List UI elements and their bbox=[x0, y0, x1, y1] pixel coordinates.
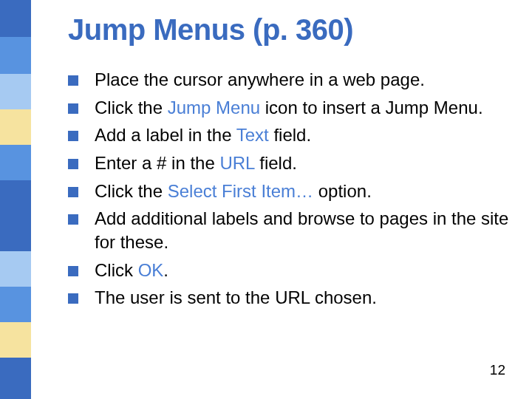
square-bullet-icon bbox=[68, 266, 78, 276]
sidebar-stripe bbox=[0, 109, 31, 145]
sidebar-stripe bbox=[0, 74, 31, 109]
page-number: 12 bbox=[490, 362, 505, 378]
keyword-link: OK bbox=[138, 260, 164, 280]
decorative-sidebar bbox=[0, 0, 31, 399]
text-run: field. bbox=[269, 125, 311, 145]
square-bullet-icon bbox=[68, 214, 78, 225]
text-run: Add a label in the bbox=[95, 125, 236, 145]
text-run: Enter a # in the bbox=[95, 153, 219, 173]
slide-title: Jump Menus (p. 360) bbox=[68, 13, 353, 47]
keyword-link: Text bbox=[236, 125, 269, 145]
bullet-text: The user is sent to the URL chosen. bbox=[95, 286, 511, 310]
bullet-text: Click OK. bbox=[95, 259, 511, 282]
text-run: Click the bbox=[95, 98, 168, 117]
keyword-link: URL bbox=[219, 153, 254, 173]
bullet-text: Add a label in the Text field. bbox=[95, 123, 511, 147]
bullet-text: Click the Select First Item… option. bbox=[95, 180, 511, 203]
sidebar-stripe bbox=[0, 287, 31, 322]
text-run: Click the bbox=[95, 181, 168, 201]
square-bullet-icon bbox=[68, 293, 78, 304]
bullet-text: Click the Jump Menu icon to insert a Jum… bbox=[95, 96, 511, 120]
bullet-text: Enter a # in the URL field. bbox=[95, 151, 511, 175]
text-run: . bbox=[163, 260, 168, 280]
bullet-list: Place the cursor anywhere in a web page.… bbox=[68, 68, 511, 314]
sidebar-stripe bbox=[0, 37, 31, 74]
keyword-link: Jump Menu bbox=[168, 98, 260, 117]
text-run: field. bbox=[255, 153, 297, 173]
text-run: icon to insert a Jump Menu. bbox=[260, 98, 482, 117]
square-bullet-icon bbox=[68, 131, 78, 141]
sidebar-stripe bbox=[0, 145, 31, 180]
bullet-text: Add additional labels and browse to page… bbox=[95, 207, 511, 253]
bullet-item: Add a label in the Text field. bbox=[68, 123, 511, 147]
bullet-item: Click OK. bbox=[68, 259, 511, 282]
sidebar-stripe bbox=[0, 358, 31, 399]
bullet-item: Place the cursor anywhere in a web page. bbox=[68, 68, 511, 92]
bullet-item: The user is sent to the URL chosen. bbox=[68, 286, 511, 310]
bullet-item: Click the Jump Menu icon to insert a Jum… bbox=[68, 96, 511, 120]
square-bullet-icon bbox=[68, 187, 78, 197]
sidebar-stripe bbox=[0, 216, 31, 251]
text-run: Add additional labels and browse to page… bbox=[95, 208, 508, 252]
sidebar-stripe bbox=[0, 180, 31, 216]
text-run: The user is sent to the URL chosen. bbox=[95, 287, 377, 307]
text-run: option. bbox=[313, 181, 372, 201]
square-bullet-icon bbox=[68, 159, 78, 169]
sidebar-stripe bbox=[0, 322, 31, 358]
sidebar-stripe bbox=[0, 251, 31, 287]
square-bullet-icon bbox=[68, 103, 78, 114]
keyword-link: Select First Item… bbox=[168, 181, 313, 201]
square-bullet-icon bbox=[68, 75, 78, 86]
text-run: Place the cursor anywhere in a web page. bbox=[95, 69, 425, 89]
bullet-item: Enter a # in the URL field. bbox=[68, 151, 511, 175]
bullet-item: Click the Select First Item… option. bbox=[68, 180, 511, 203]
sidebar-stripe bbox=[0, 0, 31, 37]
bullet-text: Place the cursor anywhere in a web page. bbox=[95, 68, 511, 92]
text-run: Click bbox=[95, 260, 138, 280]
bullet-item: Add additional labels and browse to page… bbox=[68, 207, 511, 253]
